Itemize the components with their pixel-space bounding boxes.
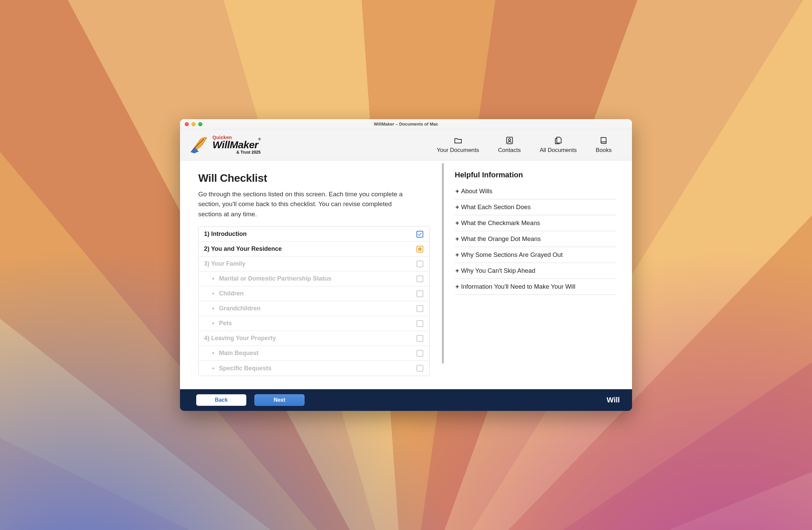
expand-icon: + [455,267,459,274]
checklist-status-icon [417,335,423,342]
brand-line2: WillMaker® [213,140,261,150]
current-document-label: Will [607,396,620,404]
nav-label: Books [596,147,612,154]
help-heading: Helpful Information [455,171,617,180]
checklist-status-icon [417,261,423,267]
help-topic[interactable]: +What the Orange Dot Means [455,231,617,247]
nav-books[interactable]: Books [596,136,612,154]
help-topic-label: Why Some Sections Are Grayed Out [461,251,563,258]
help-topic-label: What the Checkmark Means [461,219,540,226]
brand-text: Quicken WillMaker® & Trust 2025 [213,135,261,154]
nav: Your Documents Contacts All Documents [437,136,612,154]
checklist-status-icon [417,231,423,238]
expand-icon: + [455,187,459,195]
checklist-row-label: Specific Bequests [219,365,417,372]
back-button[interactable]: Back [196,394,246,406]
header: Quicken WillMaker® & Trust 2025 Your Doc… [180,129,632,160]
help-topic[interactable]: +Why You Can't Skip Ahead [455,263,617,279]
zoom-window-button[interactable] [198,122,202,126]
checklist-row-label: 4) Leaving Your Property [204,335,417,342]
help-topic[interactable]: +Why Some Sections Are Grayed Out [455,247,617,263]
titlebar: WillMaker – Documents of Mac [180,119,632,129]
close-window-button[interactable] [185,122,189,126]
will-checklist: 1) Introduction2) You and Your Residence… [198,226,430,376]
help-topic[interactable]: +What Each Section Does [455,199,617,215]
window-controls [180,122,202,126]
expand-icon: + [455,251,459,258]
feather-icon [190,135,209,154]
checklist-row[interactable]: 1) Introduction [199,227,429,242]
expand-icon: + [455,203,459,211]
expand-icon: + [455,283,459,290]
nav-label: Contacts [498,147,521,154]
svg-rect-0 [507,137,512,144]
book-icon [599,136,608,145]
checklist-status-icon [417,246,423,253]
window-title: WillMaker – Documents of Mac [180,121,632,127]
checklist-row: Main Bequest [199,346,429,361]
checklist-row-label: Main Bequest [219,349,417,357]
checklist-row-label: 2) You and Your Residence [204,245,417,253]
checklist-status-icon [417,305,423,312]
contacts-icon [505,136,514,145]
expand-icon: + [455,219,459,226]
checklist-row: Grandchildren [199,301,429,316]
checklist-status-icon [417,350,423,357]
checklist-status-icon [417,290,423,297]
nav-all-documents[interactable]: All Documents [540,136,577,154]
checklist-row-label: Marital or Domestic Partnership Status [219,275,417,282]
nav-label: Your Documents [437,147,479,154]
checklist-status-icon [417,275,423,282]
help-topic-label: What Each Section Does [461,203,531,211]
checklist-row: Specific Bequests [199,361,429,376]
minimize-window-button[interactable] [191,122,195,126]
body: Will Checklist Go through the sections l… [180,160,632,411]
checklist-status-icon [417,365,423,372]
documents-icon [554,136,563,145]
checklist-row[interactable]: 2) You and Your Residence [199,242,429,257]
help-topic-label: Why You Can't Skip Ahead [461,267,536,274]
checklist-row: Marital or Domestic Partnership Status [199,271,429,286]
footer: Back Next Will [180,389,632,411]
nav-your-documents[interactable]: Your Documents [437,136,479,154]
help-topic-label: What the Orange Dot Means [461,235,541,242]
help-topic[interactable]: +About Wills [455,184,617,199]
next-button[interactable]: Next [255,394,304,406]
checklist-row: Pets [199,316,429,331]
help-topic[interactable]: +Information You'll Need to Make Your Wi… [455,279,617,295]
help-list: +About Wills+What Each Section Does+What… [455,184,617,295]
help-topic-label: Information You'll Need to Make Your Wil… [461,283,576,290]
folder-icon [454,136,463,145]
checklist-row: 3) Your Family [199,257,429,271]
help-topic[interactable]: +What the Checkmark Means [455,215,617,231]
checklist-row: Children [199,286,429,301]
expand-icon: + [455,235,459,242]
page-intro: Go through the sections listed on this s… [198,189,415,219]
checklist-status-icon [417,320,423,327]
svg-point-1 [508,139,510,141]
checklist-row-label: Pets [219,320,417,327]
page-title: Will Checklist [198,172,430,184]
help-topic-label: About Wills [461,187,493,195]
app-window: WillMaker – Documents of Mac Quicken Wil… [180,119,632,411]
main-panel: Will Checklist Go through the sections l… [180,160,442,411]
checklist-row-label: 3) Your Family [204,260,417,267]
help-panel: Helpful Information +About Wills+What Ea… [444,160,632,411]
checklist-row-label: 1) Introduction [204,230,417,238]
nav-label: All Documents [540,147,577,154]
brand-line3: & Trust 2025 [236,150,261,154]
checklist-row: 4) Leaving Your Property [199,331,429,346]
nav-contacts[interactable]: Contacts [498,136,521,154]
checklist-row-label: Grandchildren [219,305,417,312]
brand-logo: Quicken WillMaker® & Trust 2025 [190,135,261,154]
checklist-row-label: Children [219,290,417,297]
